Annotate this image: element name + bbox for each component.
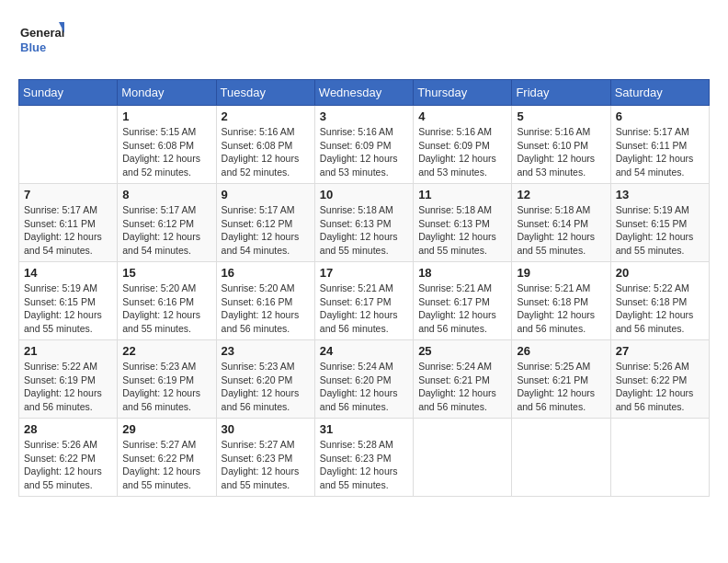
day-info: Sunrise: 5:21 AMSunset: 6:17 PMDaylight:… <box>320 282 408 336</box>
day-number: 7 <box>24 188 112 201</box>
calendar-cell: 21Sunrise: 5:22 AMSunset: 6:19 PMDayligh… <box>19 340 118 419</box>
day-number: 9 <box>222 188 310 201</box>
calendar-cell <box>19 106 118 184</box>
calendar-cell: 12Sunrise: 5:18 AMSunset: 6:14 PMDayligh… <box>512 184 610 262</box>
calendar-cell: 22Sunrise: 5:23 AMSunset: 6:19 PMDayligh… <box>118 340 216 419</box>
day-info: Sunrise: 5:27 AMSunset: 6:22 PMDaylight:… <box>122 438 210 492</box>
day-number: 12 <box>517 188 605 201</box>
calendar-week-row: 21Sunrise: 5:22 AMSunset: 6:19 PMDayligh… <box>19 340 710 419</box>
day-number: 13 <box>616 188 704 201</box>
day-number: 25 <box>418 344 506 358</box>
day-number: 8 <box>122 188 210 201</box>
calendar-cell: 17Sunrise: 5:21 AMSunset: 6:17 PMDayligh… <box>314 262 413 340</box>
calendar-cell: 30Sunrise: 5:27 AMSunset: 6:23 PMDayligh… <box>216 419 314 497</box>
day-number: 19 <box>517 266 605 280</box>
day-number: 21 <box>24 344 112 358</box>
day-info: Sunrise: 5:20 AMSunset: 6:16 PMDaylight:… <box>222 282 310 336</box>
calendar-week-row: 28Sunrise: 5:26 AMSunset: 6:22 PMDayligh… <box>19 419 710 497</box>
calendar-week-row: 7Sunrise: 5:17 AMSunset: 6:11 PMDaylight… <box>19 184 710 262</box>
day-of-week-header: Sunday <box>19 80 118 106</box>
day-info: Sunrise: 5:16 AMSunset: 6:08 PMDaylight:… <box>222 125 310 179</box>
day-number: 1 <box>122 109 210 123</box>
day-number: 24 <box>320 344 408 358</box>
day-info: Sunrise: 5:18 AMSunset: 6:13 PMDaylight:… <box>320 203 408 258</box>
calendar-cell: 8Sunrise: 5:17 AMSunset: 6:12 PMDaylight… <box>118 184 216 262</box>
logo: General Blue <box>18 18 64 64</box>
day-info: Sunrise: 5:27 AMSunset: 6:23 PMDaylight:… <box>222 438 310 492</box>
calendar-cell: 24Sunrise: 5:24 AMSunset: 6:20 PMDayligh… <box>314 340 413 419</box>
day-info: Sunrise: 5:16 AMSunset: 6:09 PMDaylight:… <box>418 125 506 179</box>
day-number: 5 <box>517 109 605 123</box>
day-number: 26 <box>517 344 605 358</box>
calendar-cell: 16Sunrise: 5:20 AMSunset: 6:16 PMDayligh… <box>216 262 314 340</box>
calendar-cell: 26Sunrise: 5:25 AMSunset: 6:21 PMDayligh… <box>512 340 610 419</box>
calendar-cell: 11Sunrise: 5:18 AMSunset: 6:13 PMDayligh… <box>414 184 512 262</box>
day-info: Sunrise: 5:23 AMSunset: 6:20 PMDaylight:… <box>222 360 310 414</box>
day-of-week-header: Friday <box>512 80 610 106</box>
calendar-cell <box>610 419 709 497</box>
calendar-cell: 10Sunrise: 5:18 AMSunset: 6:13 PMDayligh… <box>314 184 413 262</box>
day-info: Sunrise: 5:17 AMSunset: 6:11 PMDaylight:… <box>24 203 112 258</box>
day-info: Sunrise: 5:22 AMSunset: 6:19 PMDaylight:… <box>24 360 112 414</box>
day-info: Sunrise: 5:15 AMSunset: 6:08 PMDaylight:… <box>122 125 210 179</box>
calendar-cell: 28Sunrise: 5:26 AMSunset: 6:22 PMDayligh… <box>19 419 118 497</box>
day-number: 23 <box>222 344 310 358</box>
day-info: Sunrise: 5:20 AMSunset: 6:16 PMDaylight:… <box>122 282 210 336</box>
day-info: Sunrise: 5:18 AMSunset: 6:14 PMDaylight:… <box>517 203 605 258</box>
day-number: 18 <box>418 266 506 280</box>
day-info: Sunrise: 5:16 AMSunset: 6:10 PMDaylight:… <box>517 125 605 179</box>
calendar-cell <box>414 419 512 497</box>
svg-text:Blue: Blue <box>20 40 46 54</box>
calendar-cell: 6Sunrise: 5:17 AMSunset: 6:11 PMDaylight… <box>610 106 709 184</box>
day-info: Sunrise: 5:21 AMSunset: 6:18 PMDaylight:… <box>517 282 605 336</box>
calendar-cell: 1Sunrise: 5:15 AMSunset: 6:08 PMDaylight… <box>118 106 216 184</box>
day-number: 10 <box>320 188 408 201</box>
day-info: Sunrise: 5:26 AMSunset: 6:22 PMDaylight:… <box>616 360 704 414</box>
svg-text:General: General <box>20 26 64 40</box>
calendar-cell: 20Sunrise: 5:22 AMSunset: 6:18 PMDayligh… <box>610 262 709 340</box>
day-info: Sunrise: 5:22 AMSunset: 6:18 PMDaylight:… <box>616 282 704 336</box>
day-number: 27 <box>616 344 704 358</box>
calendar-cell: 5Sunrise: 5:16 AMSunset: 6:10 PMDaylight… <box>512 106 610 184</box>
calendar-cell: 14Sunrise: 5:19 AMSunset: 6:15 PMDayligh… <box>19 262 118 340</box>
day-of-week-header: Monday <box>118 80 216 106</box>
day-number: 17 <box>320 266 408 280</box>
logo-svg: General Blue <box>18 18 64 64</box>
calendar-week-row: 1Sunrise: 5:15 AMSunset: 6:08 PMDaylight… <box>19 106 710 184</box>
day-number: 30 <box>222 422 310 436</box>
day-info: Sunrise: 5:25 AMSunset: 6:21 PMDaylight:… <box>517 360 605 414</box>
calendar-cell: 3Sunrise: 5:16 AMSunset: 6:09 PMDaylight… <box>314 106 413 184</box>
calendar-cell: 7Sunrise: 5:17 AMSunset: 6:11 PMDaylight… <box>19 184 118 262</box>
day-info: Sunrise: 5:24 AMSunset: 6:21 PMDaylight:… <box>418 360 506 414</box>
day-info: Sunrise: 5:17 AMSunset: 6:12 PMDaylight:… <box>122 203 210 258</box>
calendar-cell: 18Sunrise: 5:21 AMSunset: 6:17 PMDayligh… <box>414 262 512 340</box>
page-header: General Blue <box>18 18 710 64</box>
day-number: 20 <box>616 266 704 280</box>
day-number: 16 <box>222 266 310 280</box>
calendar-cell <box>512 419 610 497</box>
day-number: 28 <box>24 422 112 436</box>
calendar-cell: 23Sunrise: 5:23 AMSunset: 6:20 PMDayligh… <box>216 340 314 419</box>
day-info: Sunrise: 5:16 AMSunset: 6:09 PMDaylight:… <box>320 125 408 179</box>
calendar-cell: 9Sunrise: 5:17 AMSunset: 6:12 PMDaylight… <box>216 184 314 262</box>
day-number: 4 <box>418 109 506 123</box>
day-number: 2 <box>222 109 310 123</box>
day-of-week-header: Tuesday <box>216 80 314 106</box>
day-number: 29 <box>122 422 210 436</box>
day-number: 22 <box>122 344 210 358</box>
day-of-week-header: Thursday <box>414 80 512 106</box>
day-number: 3 <box>320 109 408 123</box>
calendar-cell: 27Sunrise: 5:26 AMSunset: 6:22 PMDayligh… <box>610 340 709 419</box>
day-info: Sunrise: 5:18 AMSunset: 6:13 PMDaylight:… <box>418 203 506 258</box>
calendar-cell: 19Sunrise: 5:21 AMSunset: 6:18 PMDayligh… <box>512 262 610 340</box>
day-info: Sunrise: 5:19 AMSunset: 6:15 PMDaylight:… <box>24 282 112 336</box>
day-info: Sunrise: 5:19 AMSunset: 6:15 PMDaylight:… <box>616 203 704 258</box>
calendar-cell: 4Sunrise: 5:16 AMSunset: 6:09 PMDaylight… <box>414 106 512 184</box>
day-info: Sunrise: 5:26 AMSunset: 6:22 PMDaylight:… <box>24 438 112 492</box>
day-number: 6 <box>616 109 704 123</box>
day-number: 31 <box>320 422 408 436</box>
day-info: Sunrise: 5:23 AMSunset: 6:19 PMDaylight:… <box>122 360 210 414</box>
day-info: Sunrise: 5:24 AMSunset: 6:20 PMDaylight:… <box>320 360 408 414</box>
calendar-cell: 31Sunrise: 5:28 AMSunset: 6:23 PMDayligh… <box>314 419 413 497</box>
calendar-cell: 2Sunrise: 5:16 AMSunset: 6:08 PMDaylight… <box>216 106 314 184</box>
